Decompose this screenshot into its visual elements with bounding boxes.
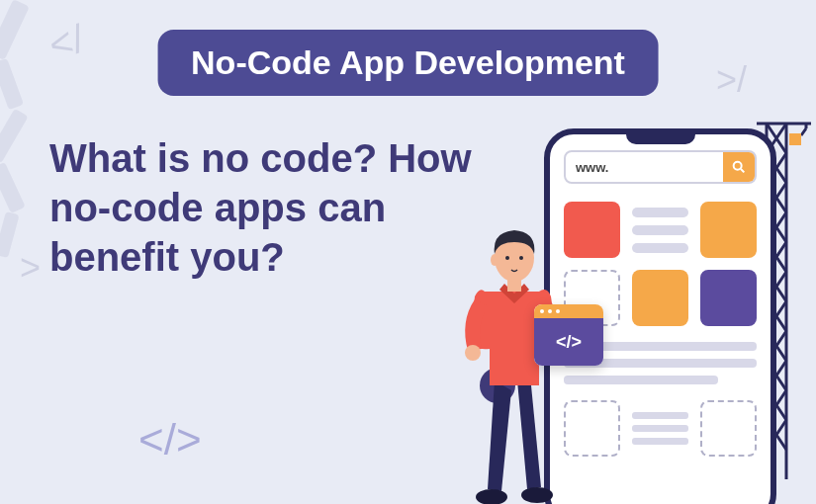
code-symbol-icon: </> [534,318,603,366]
code-glyph-icon: >/ [716,59,747,101]
svg-point-10 [505,256,509,260]
code-glyph-icon: </ [45,16,89,67]
bg-bar-icon [0,109,29,164]
search-button [723,152,755,182]
svg-line-2 [741,169,744,172]
app-tile-purple [700,270,757,326]
bg-bar-icon [0,0,30,60]
app-tile-orange [632,270,688,326]
svg-point-1 [734,162,742,170]
search-icon [731,159,747,175]
code-glyph-icon: </> [138,415,202,464]
tile-lines [632,400,688,457]
card-header [534,304,603,318]
svg-point-4 [521,487,553,503]
bg-bar-icon [0,162,26,213]
search-bar: www. [564,150,757,184]
code-glyph-icon: > [20,247,41,289]
tile-lines [632,202,688,258]
app-tile-orange [700,202,757,258]
bottom-tile-grid [564,400,757,457]
svg-rect-0 [789,133,801,145]
main-title-pill: No-Code App Development [157,30,659,96]
bg-bar-icon [0,58,24,110]
url-text: www. [566,160,723,175]
svg-point-9 [491,254,499,266]
bg-bar-icon [0,211,20,258]
code-card: </> [534,304,603,366]
svg-point-3 [476,489,507,504]
app-tile-dashed [700,400,757,457]
phone-notch-icon [626,134,695,144]
svg-point-5 [465,345,481,361]
svg-point-11 [519,256,523,260]
